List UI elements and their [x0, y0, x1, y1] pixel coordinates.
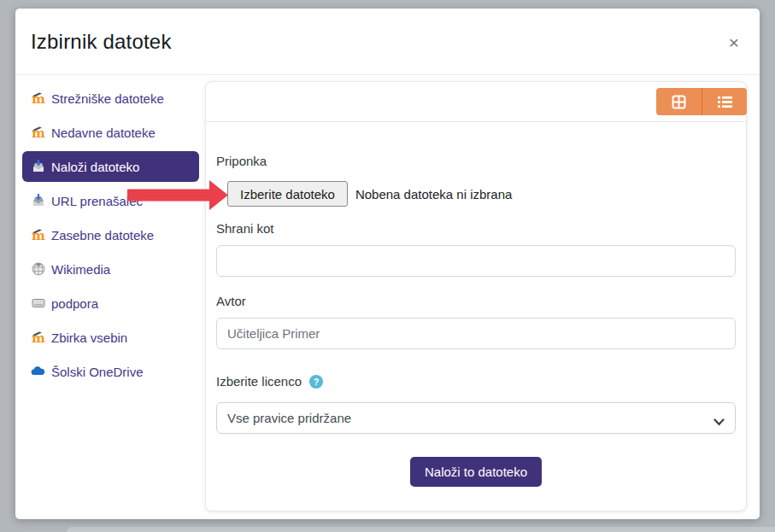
save-as-input[interactable] — [216, 245, 736, 277]
dialog-title: Izbirnik datotek — [31, 30, 172, 54]
moodle-icon: m — [31, 91, 45, 105]
license-select-wrap: Vse pravice pridržane — [216, 402, 736, 434]
license-label: Izberite licenco — [216, 374, 302, 389]
file-picker-dialog: Izbirnik datotek × m Strežniške datoteke… — [15, 9, 760, 519]
sidebar-item-podpora[interactable]: podpora — [22, 288, 199, 319]
filepicker-content-panel: Priponka Izberite datoteko Nobena datote… — [205, 81, 747, 512]
help-icon[interactable]: ? — [309, 375, 323, 389]
file-status-text: Nobena datoteka ni izbrana — [355, 187, 512, 202]
sidebar-item-url-downloader[interactable]: URL prenašalec — [22, 185, 199, 216]
view-toggle-group — [656, 88, 747, 115]
sidebar-item-onedrive[interactable]: Šolski OneDrive — [22, 356, 199, 387]
moodle-icon: m — [31, 330, 45, 344]
screenshot-icon — [31, 296, 45, 310]
sidebar-item-content-bank[interactable]: m Zbirka vsebin — [22, 322, 199, 353]
dialog-header: Izbirnik datotek × — [15, 9, 760, 75]
license-select[interactable]: Vse pravice pridržane — [216, 402, 736, 434]
license-label-row: Izberite licenco ? — [216, 374, 736, 389]
author-label: Avtor — [216, 294, 736, 308]
sidebar-item-label: Nedavne datoteke — [51, 126, 156, 140]
list-view-icon[interactable] — [702, 88, 747, 115]
sidebar-item-label: Zbirka vsebin — [51, 330, 127, 345]
sidebar-item-label: Šolski OneDrive — [51, 365, 144, 379]
author-input[interactable] — [216, 318, 736, 349]
sidebar-item-label: URL prenašalec — [51, 194, 143, 208]
choose-file-button[interactable]: Izberite datoteko — [227, 181, 348, 207]
page-background: { "dialog": { "title": "Izbirnik datotek… — [0, 0, 775, 532]
grid-view-icon[interactable] — [656, 88, 702, 115]
save-as-label: Shrani kot — [216, 221, 736, 236]
wikimedia-globe-icon — [31, 262, 45, 276]
repository-list: m Strežniške datoteke m Nedavne datoteke — [15, 83, 205, 387]
background-page-edge — [67, 527, 775, 532]
sidebar-item-private-files[interactable]: m Zasebne datoteke — [22, 219, 199, 250]
sidebar-item-server-files[interactable]: m Strežniške datoteke — [22, 83, 199, 114]
sidebar-item-label: podpora — [51, 296, 98, 311]
moodle-icon: m — [31, 126, 45, 139]
sidebar-item-recent-files[interactable]: m Nedavne datoteke — [22, 117, 199, 148]
sidebar-item-upload-file[interactable]: Naloži datoteko — [22, 151, 199, 182]
sidebar-item-label: Strežniške datoteke — [51, 91, 164, 106]
dialog-body: m Strežniške datoteke m Nedavne datoteke — [15, 75, 760, 518]
upload-form: Priponka Izberite datoteko Nobena datote… — [206, 122, 746, 487]
moodle-icon: m — [31, 228, 45, 242]
sidebar-item-wikimedia[interactable]: Wikimedia — [22, 254, 199, 284]
submit-row: Naloži to datoteko — [216, 457, 736, 487]
upload-this-file-button[interactable]: Naloži to datoteko — [410, 457, 542, 487]
repository-sidebar: m Strežniške datoteke m Nedavne datoteke — [15, 75, 205, 518]
sidebar-item-label: Wikimedia — [51, 262, 110, 277]
upload-tray-icon — [31, 160, 45, 173]
sidebar-item-label: Zasebne datoteke — [51, 228, 154, 243]
panel-toolbar — [206, 82, 746, 122]
close-icon[interactable]: × — [722, 31, 746, 55]
url-download-icon — [31, 194, 45, 208]
file-input-row: Izberite datoteko Nobena datoteka ni izb… — [227, 181, 736, 207]
onedrive-cloud-icon — [31, 365, 45, 378]
sidebar-item-label: Naloži datoteko — [51, 160, 139, 174]
attachment-label: Priponka — [216, 154, 736, 168]
